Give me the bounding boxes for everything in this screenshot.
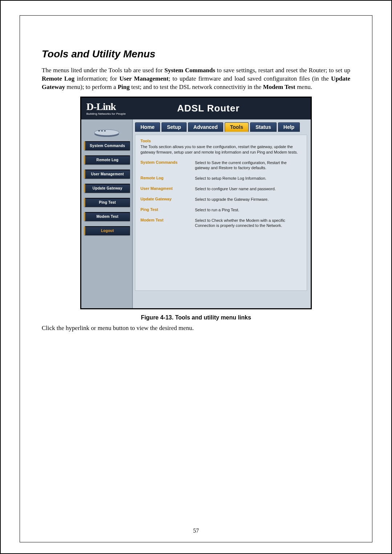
nav-tabs: HomeSetupAdvancedToolsStatusHelp bbox=[135, 122, 307, 132]
content-section-desc: The Tools section allows you to save the… bbox=[140, 144, 302, 155]
tool-desc: Select to Check whether the Modem with a… bbox=[195, 218, 302, 229]
tab-home[interactable]: Home bbox=[135, 122, 160, 132]
router-title: ADSL Router bbox=[126, 103, 306, 114]
tool-link[interactable]: Ping Test bbox=[140, 207, 195, 213]
intro-paragraph: The menus lited under the Tools tab are … bbox=[42, 66, 350, 91]
tool-desc: Select to configure User name and passwo… bbox=[195, 186, 302, 192]
brand-tagline: Building Networks for People bbox=[86, 113, 126, 115]
section-heading: Tools and Utility Menus bbox=[42, 48, 350, 60]
tool-link[interactable]: Update Gateway bbox=[140, 197, 195, 202]
router-header: D-Link Building Networks for People ADSL… bbox=[81, 98, 311, 119]
svg-rect-4 bbox=[104, 130, 106, 131]
instruction-text: Click the hyperlink or menu button to vi… bbox=[42, 325, 350, 332]
tool-link[interactable]: System Commands bbox=[140, 160, 195, 171]
side-ping-test[interactable]: Ping Test bbox=[84, 198, 130, 207]
tab-help[interactable]: Help bbox=[278, 122, 300, 132]
svg-rect-2 bbox=[98, 130, 100, 131]
page-number: 57 bbox=[20, 527, 372, 534]
content-section-title: Tools bbox=[140, 139, 302, 143]
tool-row: Modem TestSelect to Check whether the Mo… bbox=[140, 218, 302, 229]
tab-tools[interactable]: Tools bbox=[225, 122, 249, 132]
tool-link[interactable]: User Managment bbox=[140, 186, 195, 192]
tool-row: Remote LogSelect to setup Remote Log Inf… bbox=[140, 176, 302, 181]
tab-setup[interactable]: Setup bbox=[162, 122, 187, 132]
side-logout[interactable]: Logout bbox=[84, 226, 130, 235]
svg-rect-3 bbox=[101, 130, 103, 131]
tool-desc: Select to Save the current configuration… bbox=[195, 160, 302, 171]
tool-link[interactable]: Remote Log bbox=[140, 176, 195, 181]
figure-caption: Figure 4-13. Tools and utility menu link… bbox=[42, 314, 350, 321]
tools-content-card: Tools The Tools section allows you to sa… bbox=[135, 135, 307, 291]
tab-status[interactable]: Status bbox=[250, 122, 277, 132]
tool-row: System CommandsSelect to Save the curren… bbox=[140, 160, 302, 171]
tool-desc: Select to run a Ping Test. bbox=[195, 207, 302, 213]
side-modem-test[interactable]: Modem Test bbox=[84, 212, 130, 221]
device-icon bbox=[84, 122, 129, 138]
tool-row: Ping TestSelect to run a Ping Test. bbox=[140, 207, 302, 213]
tab-advanced[interactable]: Advanced bbox=[188, 122, 223, 132]
dlink-logo: D-Link Building Networks for People bbox=[86, 102, 126, 115]
tool-row: User ManagmentSelect to configure User n… bbox=[140, 186, 302, 192]
tool-desc: Select to setup Remote Log Information. bbox=[195, 176, 302, 181]
svg-point-1 bbox=[94, 130, 119, 135]
side-update-gateway[interactable]: Update Gateway bbox=[84, 184, 130, 193]
tool-link[interactable]: Modem Test bbox=[140, 218, 195, 229]
router-sidebar: System CommandsRemote LogUser Management… bbox=[81, 119, 133, 308]
router-screenshot: D-Link Building Networks for People ADSL… bbox=[80, 97, 312, 309]
side-system-commands[interactable]: System Commands bbox=[84, 141, 130, 150]
side-remote-log[interactable]: Remote Log bbox=[84, 155, 130, 164]
tool-desc: Select to upgrade the Gateway Firmware. bbox=[195, 197, 302, 202]
side-user-management[interactable]: User Management bbox=[84, 170, 130, 179]
tool-row: Update GatewaySelect to upgrade the Gate… bbox=[140, 197, 302, 202]
router-main: HomeSetupAdvancedToolsStatusHelp Tools T… bbox=[133, 119, 311, 308]
brand-name: D-Link bbox=[86, 102, 126, 112]
